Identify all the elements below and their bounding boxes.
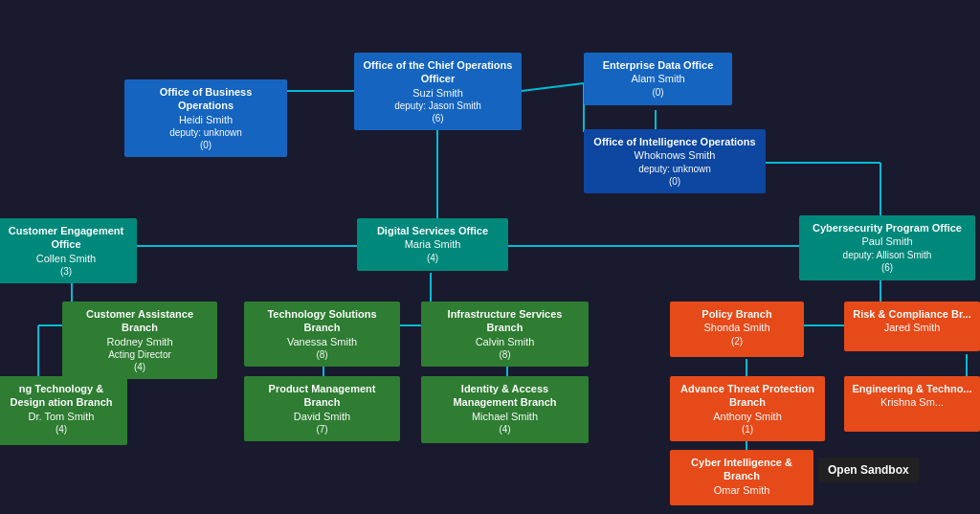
customer-engagement-count: (3) — [3, 265, 129, 278]
chief-ops-name: Suzi Smith — [362, 86, 514, 100]
node-engineering-tech[interactable]: Engineering & Techno... Krishna Sm... — [844, 376, 980, 432]
node-business-ops[interactable]: Office of Business Operations Heidi Smit… — [124, 79, 287, 157]
policy-count: (2) — [678, 335, 796, 347]
node-advance-threat[interactable]: Advance Threat Protection Branch Anthony… — [670, 376, 825, 441]
infrastructure-name: Calvin Smith — [429, 335, 581, 348]
policy-title: Policy Branch — [678, 307, 796, 321]
enterprise-data-title: Enterprise Data Office — [591, 58, 724, 72]
intelligence-ops-title: Office of Intelligence Operations — [591, 135, 758, 148]
identity-access-count: (4) — [429, 423, 581, 436]
node-enterprise-data[interactable]: Enterprise Data Office Alam Smith (0) — [584, 53, 732, 105]
chief-ops-title: Office of the Chief Operations Officer — [362, 58, 514, 86]
business-ops-title: Office of Business Operations — [132, 85, 279, 113]
digital-services-name: Maria Smith — [365, 237, 501, 251]
advance-threat-title: Advance Threat Protection Branch — [678, 382, 817, 410]
product-mgmt-name: David Smith — [252, 410, 392, 423]
cybersecurity-count: (6) — [807, 261, 968, 274]
policy-name: Shonda Smith — [678, 321, 796, 334]
customer-assistance-title: Customer Assistance Branch — [70, 307, 210, 335]
node-customer-engagement[interactable]: Customer Engagement Office Collen Smith … — [0, 218, 137, 283]
node-tech-solutions[interactable]: Technology Solutions Branch Vanessa Smit… — [244, 302, 400, 367]
marketing-tech-count: (4) — [3, 423, 120, 436]
tech-solutions-title: Technology Solutions Branch — [252, 307, 392, 335]
digital-services-title: Digital Services Office — [365, 224, 501, 237]
open-sandbox-tooltip[interactable]: Open Sandbox — [818, 458, 919, 482]
customer-engagement-name: Collen Smith — [3, 252, 129, 265]
identity-access-title: Identity & Access Management Branch — [429, 382, 581, 410]
cyber-intelligence-name: Omar Smith — [678, 483, 806, 497]
engineering-tech-title: Engineering & Techno... — [852, 382, 972, 395]
advance-threat-count: (1) — [678, 423, 817, 436]
tooltip-text: Open Sandbox — [828, 463, 909, 477]
enterprise-data-count: (0) — [591, 86, 724, 99]
chief-ops-deputy: deputy: Jason Smith — [362, 100, 514, 112]
node-digital-services[interactable]: Digital Services Office Maria Smith (4) — [357, 218, 508, 271]
cybersecurity-title: Cybersecurity Program Office — [807, 221, 968, 235]
node-cybersecurity-program[interactable]: Cybersecurity Program Office Paul Smith … — [799, 215, 975, 280]
customer-assistance-deputy: Acting Director — [70, 348, 210, 361]
node-risk-compliance[interactable]: Risk & Compliance Br... Jared Smith — [844, 302, 980, 351]
svg-line-0 — [522, 83, 584, 91]
infrastructure-count: (8) — [429, 348, 581, 361]
customer-engagement-title: Customer Engagement Office — [3, 224, 129, 252]
product-mgmt-title: Product Management Branch — [252, 382, 392, 410]
node-product-mgmt[interactable]: Product Management Branch David Smith (7… — [244, 376, 400, 441]
node-cyber-intelligence[interactable]: Cyber Intelligence & Branch Omar Smith — [670, 450, 813, 505]
marketing-tech-name: Dr. Tom Smith — [3, 410, 120, 423]
node-identity-access[interactable]: Identity & Access Management Branch Mich… — [421, 376, 589, 443]
business-ops-deputy: deputy: unknown — [132, 126, 279, 139]
engineering-tech-name: Krishna Sm... — [852, 395, 972, 409]
node-marketing-tech[interactable]: ng Technology & Design ation Branch Dr. … — [0, 376, 127, 445]
customer-assistance-name: Rodney Smith — [70, 335, 210, 348]
identity-access-name: Michael Smith — [429, 410, 581, 423]
marketing-tech-title: ng Technology & Design ation Branch — [3, 382, 120, 410]
chief-ops-count: (6) — [362, 112, 514, 124]
cybersecurity-deputy: deputy: Allison Smith — [807, 249, 968, 261]
org-chart: Office of the Chief Operations Officer S… — [0, 0, 980, 514]
node-intelligence-ops[interactable]: Office of Intelligence Operations Whokno… — [584, 129, 766, 193]
risk-compliance-title: Risk & Compliance Br... — [852, 307, 972, 321]
infrastructure-title: Infrastructure Services Branch — [429, 307, 581, 335]
business-ops-name: Heidi Smith — [132, 113, 279, 126]
intelligence-ops-count: (0) — [591, 175, 758, 188]
tech-solutions-name: Vanessa Smith — [252, 335, 392, 348]
cyber-intelligence-title: Cyber Intelligence & Branch — [678, 456, 806, 483]
node-infrastructure[interactable]: Infrastructure Services Branch Calvin Sm… — [421, 302, 589, 367]
risk-compliance-name: Jared Smith — [852, 321, 972, 334]
digital-services-count: (4) — [365, 252, 501, 264]
node-chief-ops[interactable]: Office of the Chief Operations Officer S… — [354, 53, 522, 130]
node-policy[interactable]: Policy Branch Shonda Smith (2) — [670, 302, 804, 357]
product-mgmt-count: (7) — [252, 423, 392, 436]
intelligence-ops-name: Whoknows Smith — [591, 148, 758, 162]
customer-assistance-count: (4) — [70, 361, 210, 373]
intelligence-ops-deputy: deputy: unknown — [591, 163, 758, 175]
cybersecurity-name: Paul Smith — [807, 235, 968, 248]
business-ops-count: (0) — [132, 139, 279, 151]
node-customer-assistance[interactable]: Customer Assistance Branch Rodney Smith … — [62, 302, 217, 379]
advance-threat-name: Anthony Smith — [678, 410, 817, 423]
tech-solutions-count: (8) — [252, 348, 392, 361]
enterprise-data-name: Alam Smith — [591, 72, 724, 85]
